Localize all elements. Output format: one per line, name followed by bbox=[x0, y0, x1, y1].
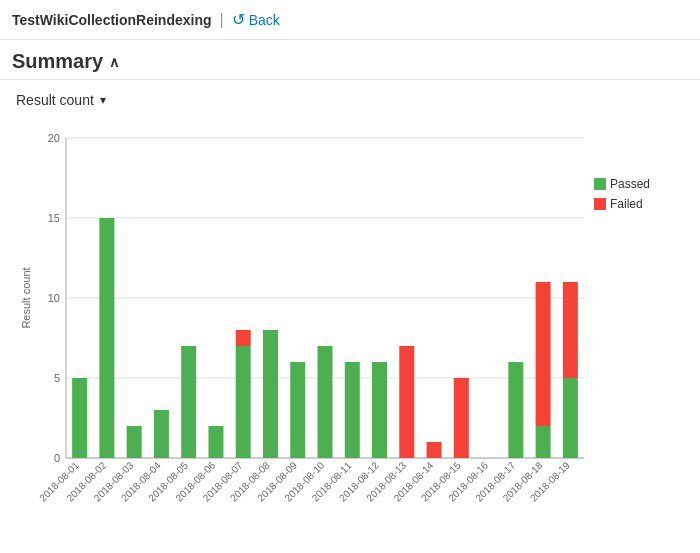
dropdown-label: Result count bbox=[16, 92, 94, 108]
page-header: TestWikiCollectionReindexing | ↺ Back bbox=[0, 0, 700, 40]
back-button[interactable]: ↺ Back bbox=[232, 10, 280, 29]
svg-rect-53 bbox=[594, 178, 606, 190]
svg-rect-51 bbox=[563, 282, 578, 378]
svg-text:Result count: Result count bbox=[20, 267, 32, 328]
summary-label: Summary bbox=[12, 50, 103, 73]
svg-text:0: 0 bbox=[54, 452, 60, 464]
chart-area: 05101520Result count2018-08-012018-08-02… bbox=[16, 118, 684, 548]
svg-rect-45 bbox=[508, 362, 523, 458]
svg-rect-28 bbox=[263, 330, 278, 458]
svg-rect-36 bbox=[372, 362, 387, 458]
svg-rect-47 bbox=[536, 426, 551, 458]
svg-rect-50 bbox=[563, 378, 578, 458]
svg-rect-30 bbox=[290, 362, 305, 458]
svg-text:15: 15 bbox=[48, 212, 60, 224]
svg-rect-26 bbox=[236, 330, 251, 346]
back-icon: ↺ bbox=[232, 10, 245, 29]
chevron-up-icon[interactable]: ∧ bbox=[109, 54, 119, 70]
summary-section: Summary ∧ bbox=[0, 40, 700, 80]
svg-rect-34 bbox=[345, 362, 360, 458]
dropdown-chevron-icon: ▾ bbox=[100, 93, 106, 107]
svg-rect-40 bbox=[427, 442, 442, 458]
svg-rect-55 bbox=[594, 198, 606, 210]
svg-rect-15 bbox=[99, 218, 114, 458]
svg-text:5: 5 bbox=[54, 372, 60, 384]
svg-text:10: 10 bbox=[48, 292, 60, 304]
svg-text:Failed: Failed bbox=[610, 197, 643, 211]
result-count-dropdown[interactable]: Result count ▾ bbox=[16, 92, 106, 108]
svg-text:Passed: Passed bbox=[610, 177, 650, 191]
summary-header: Summary ∧ bbox=[12, 50, 688, 73]
chart-container: Result count ▾ 05101520Result count2018-… bbox=[0, 80, 700, 548]
svg-rect-23 bbox=[208, 426, 223, 458]
page-title: TestWikiCollectionReindexing bbox=[12, 12, 212, 28]
svg-rect-17 bbox=[127, 426, 142, 458]
svg-rect-48 bbox=[536, 282, 551, 426]
bar-chart: 05101520Result count2018-08-012018-08-02… bbox=[16, 118, 684, 548]
svg-rect-32 bbox=[318, 346, 333, 458]
back-label: Back bbox=[249, 12, 280, 28]
svg-rect-21 bbox=[181, 346, 196, 458]
svg-rect-38 bbox=[399, 346, 414, 458]
svg-rect-25 bbox=[236, 346, 251, 458]
svg-rect-19 bbox=[154, 410, 169, 458]
svg-rect-42 bbox=[454, 378, 469, 458]
svg-rect-13 bbox=[72, 378, 87, 458]
svg-text:20: 20 bbox=[48, 132, 60, 144]
header-divider: | bbox=[220, 11, 224, 29]
